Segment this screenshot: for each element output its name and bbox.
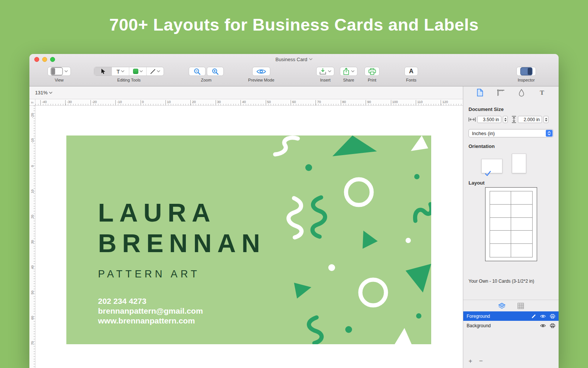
chevron-down-icon (309, 58, 312, 60)
layout-cell (511, 191, 532, 205)
line-tool-button[interactable] (146, 67, 164, 75)
decor-squiggles (275, 138, 431, 343)
printer-icon[interactable] (550, 323, 555, 328)
card-contact-block: 202 234 4273 brennanpattern@gmail.com ww… (98, 296, 203, 326)
h-ruler-tick: 70 (315, 100, 321, 105)
h-ruler-tick: 10 (165, 100, 171, 105)
layout-description: Your Own - 10 Cards (3-1/2*2 in) (469, 279, 553, 284)
toolbar-label-fonts: Fonts (406, 78, 416, 82)
orientation-portrait-option[interactable] (512, 154, 526, 173)
h-ruler-tick: -30 (65, 100, 72, 105)
add-button[interactable]: + (469, 358, 472, 364)
v-ruler-tick: -10 (31, 138, 34, 144)
layers-list: ForegroundBackground (463, 311, 559, 330)
v-ruler-tick: 60 (31, 315, 34, 321)
tab-margins[interactable] (496, 89, 505, 97)
units-dropdown[interactable]: Inches (in) (469, 129, 553, 137)
layers-icon (498, 303, 505, 309)
insert-button[interactable] (316, 67, 334, 76)
orientation-landscape-option[interactable] (481, 159, 502, 173)
tab-appearance[interactable] (517, 89, 525, 97)
toolbar-group-preview-mode: Preview Mode (248, 66, 274, 82)
tab-document[interactable] (476, 89, 484, 97)
toolbar-label-share: Share (343, 78, 354, 82)
canvas[interactable]: -20-10010203040506070 (29, 106, 463, 368)
width-field[interactable]: 3.500 in (477, 116, 501, 123)
preview-mode-button[interactable] (252, 67, 270, 76)
layer-name: Background (467, 323, 540, 328)
width-stepper[interactable] (503, 116, 508, 123)
toolbar-label-print: Print (368, 78, 377, 82)
v-ruler-tick: -20 (31, 113, 34, 119)
business-card[interactable]: LAURA BRENNAN PATTERN ART 202 234 4273 b… (66, 135, 431, 344)
inspector-button[interactable] (516, 67, 536, 76)
document-size-controls: 3.500 in 2.000 in (469, 116, 553, 123)
close-window-button[interactable] (34, 57, 39, 62)
layout-preview[interactable] (485, 187, 537, 261)
layout-cell (490, 191, 511, 205)
share-button[interactable] (340, 67, 358, 76)
select-tool-button[interactable] (94, 67, 112, 75)
layer-row-icons (540, 323, 555, 328)
h-ruler-tick: 100 (391, 100, 398, 105)
toolbar-group-inspector: Inspector (516, 66, 536, 82)
v-ruler-tick: 20 (31, 214, 34, 220)
zoom-level-dropdown[interactable]: 131% (35, 90, 52, 95)
eye-icon[interactable] (540, 314, 546, 318)
h-ruler-tick: 50 (266, 100, 271, 105)
fullscreen-window-button[interactable] (50, 57, 55, 62)
printer-icon[interactable] (550, 314, 555, 319)
layout-grid (490, 191, 533, 257)
zoom-in-button[interactable] (207, 67, 224, 76)
minimize-window-button[interactable] (42, 57, 47, 62)
pencil-icon[interactable] (531, 314, 536, 319)
toolbar-label-insert: Insert (320, 78, 331, 82)
ruler-unit: in (29, 99, 35, 105)
print-button[interactable] (364, 67, 380, 76)
text-tab-icon: T (540, 89, 544, 97)
eye-icon[interactable] (540, 324, 546, 328)
tab-text[interactable]: T (538, 89, 546, 97)
h-ruler-tick: 20 (190, 100, 196, 105)
h-ruler-tick: 0 (141, 100, 144, 105)
orientation-options (469, 153, 553, 173)
printer-icon (368, 68, 376, 75)
toolbar-label-view: View (55, 78, 64, 82)
zoom-in-icon (212, 68, 219, 75)
grid-icon (518, 303, 524, 309)
insert-icon (319, 68, 326, 75)
layout-cell (490, 218, 511, 231)
layer-row-background[interactable]: Background (463, 321, 559, 330)
text-tool-button[interactable]: T (112, 67, 129, 75)
grid-view-button[interactable] (518, 303, 524, 309)
document-size-label: Document Size (469, 106, 553, 112)
traffic-lights (34, 54, 55, 65)
v-ruler-tick: 10 (31, 189, 34, 194)
decor-triangles (294, 135, 431, 344)
card-subtitle: PATTERN ART (98, 268, 200, 280)
layout-cell (511, 205, 532, 218)
toolbar-group-editing-tools: T Editing Tools (94, 66, 164, 82)
v-ruler-tick: 70 (31, 340, 34, 346)
h-ruler-tick: 120 (441, 100, 448, 105)
window-title[interactable]: Business Card (276, 57, 313, 62)
inspector-tabs: T (463, 86, 559, 99)
editor-column: 131% in -40-30-20-1001020304050607080901… (29, 86, 463, 368)
shape-tool-button[interactable] (129, 67, 146, 75)
layout-cell (511, 218, 532, 231)
toolbar-label-editing-tools: Editing Tools (117, 78, 141, 82)
ruler-row: in -40-30-20-100102030405060708090100110… (29, 99, 463, 106)
layer-row-foreground[interactable]: Foreground (463, 311, 559, 321)
height-field[interactable]: 2.000 in (518, 116, 542, 123)
zoom-out-button[interactable] (189, 67, 206, 76)
h-ruler-tick: 30 (216, 100, 221, 105)
horizontal-ruler: -40-30-20-100102030405060708090100110120 (35, 99, 463, 105)
view-button[interactable] (47, 67, 71, 76)
remove-button[interactable]: − (479, 358, 483, 364)
window-chrome: Business Card View (29, 54, 559, 86)
h-ruler-tick: -20 (90, 100, 97, 105)
card-phone: 202 234 4273 (98, 296, 203, 306)
height-stepper[interactable] (544, 116, 548, 123)
layers-view-button[interactable] (498, 303, 505, 309)
fonts-button[interactable]: A (404, 67, 418, 76)
